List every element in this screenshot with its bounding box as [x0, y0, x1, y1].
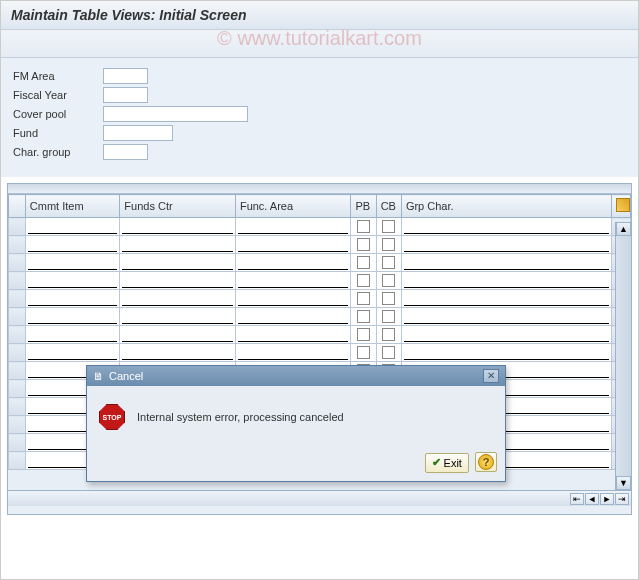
func-area-cell[interactable]	[238, 292, 349, 306]
dialog-title-icon: 🗎	[93, 370, 104, 382]
scroll-left-icon[interactable]: ◄	[585, 493, 599, 505]
funds-ctr-cell[interactable]	[122, 310, 233, 324]
cb-checkbox[interactable]	[382, 238, 395, 251]
scroll-last-icon[interactable]: ⇥	[615, 493, 629, 505]
row-selector[interactable]	[9, 416, 26, 434]
selection-form: FM Area Fiscal Year Cover pool Fund Char…	[1, 58, 638, 177]
cover-pool-label: Cover pool	[13, 108, 103, 120]
dialog-titlebar[interactable]: 🗎 Cancel ✕	[87, 366, 505, 386]
col-grp-char[interactable]: Grp Char.	[401, 195, 611, 218]
row-selector[interactable]	[9, 344, 26, 362]
func-area-cell[interactable]	[238, 256, 349, 270]
exit-button[interactable]: ✔ Exit	[425, 453, 469, 473]
cmmt-item-cell[interactable]	[28, 220, 118, 234]
vertical-scrollbar[interactable]: ▲ ▼	[615, 222, 631, 490]
cmmt-item-cell[interactable]	[28, 274, 118, 288]
grp-char-cell[interactable]	[404, 220, 609, 234]
funds-ctr-cell[interactable]	[122, 346, 233, 360]
fm-area-input[interactable]	[103, 68, 148, 84]
grp-char-cell[interactable]	[404, 292, 609, 306]
col-funds-ctr[interactable]: Funds Ctr	[120, 195, 236, 218]
col-cmmt-item[interactable]: Cmmt Item	[25, 195, 120, 218]
cmmt-item-cell[interactable]	[28, 256, 118, 270]
scroll-right-icon[interactable]: ►	[600, 493, 614, 505]
row-selector[interactable]	[9, 236, 26, 254]
pb-checkbox[interactable]	[357, 310, 370, 323]
cmmt-item-cell[interactable]	[28, 346, 118, 360]
table-row	[9, 344, 631, 362]
cb-checkbox[interactable]	[382, 328, 395, 341]
stop-icon: STOP	[99, 404, 125, 430]
col-func-area[interactable]: Func. Area	[235, 195, 351, 218]
scroll-down-icon[interactable]: ▼	[616, 476, 631, 490]
funds-ctr-cell[interactable]	[122, 292, 233, 306]
horizontal-scrollbar[interactable]: ⇤ ◄ ► ⇥	[8, 490, 631, 506]
cb-checkbox[interactable]	[382, 274, 395, 287]
col-pb[interactable]: PB	[351, 195, 376, 218]
grp-char-cell[interactable]	[404, 274, 609, 288]
row-selector[interactable]	[9, 272, 26, 290]
fund-input[interactable]	[103, 125, 173, 141]
col-config[interactable]	[612, 195, 631, 218]
funds-ctr-cell[interactable]	[122, 274, 233, 288]
table-settings-icon[interactable]	[616, 198, 630, 212]
row-selector[interactable]	[9, 290, 26, 308]
grp-char-cell[interactable]	[404, 238, 609, 252]
help-button[interactable]: ?	[475, 452, 497, 472]
funds-ctr-cell[interactable]	[122, 238, 233, 252]
pb-checkbox[interactable]	[357, 346, 370, 359]
row-selector[interactable]	[9, 362, 26, 380]
cmmt-item-cell[interactable]	[28, 292, 118, 306]
fiscal-year-input[interactable]	[103, 87, 148, 103]
pb-checkbox[interactable]	[357, 220, 370, 233]
row-selector[interactable]	[9, 434, 26, 452]
row-selector[interactable]	[9, 308, 26, 326]
char-group-label: Char. group	[13, 146, 103, 158]
char-group-input[interactable]	[103, 144, 148, 160]
pb-checkbox[interactable]	[357, 238, 370, 251]
pb-checkbox[interactable]	[357, 274, 370, 287]
row-selector-header[interactable]	[9, 195, 26, 218]
funds-ctr-cell[interactable]	[122, 256, 233, 270]
cmmt-item-cell[interactable]	[28, 328, 118, 342]
row-selector[interactable]	[9, 254, 26, 272]
row-selector[interactable]	[9, 380, 26, 398]
table-row	[9, 236, 631, 254]
table-row	[9, 272, 631, 290]
cb-checkbox[interactable]	[382, 220, 395, 233]
funds-ctr-cell[interactable]	[122, 220, 233, 234]
row-selector[interactable]	[9, 326, 26, 344]
func-area-cell[interactable]	[238, 328, 349, 342]
func-area-cell[interactable]	[238, 220, 349, 234]
cb-checkbox[interactable]	[382, 346, 395, 359]
cmmt-item-cell[interactable]	[28, 238, 118, 252]
grp-char-cell[interactable]	[404, 310, 609, 324]
check-icon: ✔	[432, 456, 441, 469]
funds-ctr-cell[interactable]	[122, 328, 233, 342]
cmmt-item-cell[interactable]	[28, 310, 118, 324]
dialog-close-button[interactable]: ✕	[483, 369, 499, 383]
func-area-cell[interactable]	[238, 274, 349, 288]
scroll-first-icon[interactable]: ⇤	[570, 493, 584, 505]
cover-pool-input[interactable]	[103, 106, 248, 122]
func-area-cell[interactable]	[238, 238, 349, 252]
cb-checkbox[interactable]	[382, 256, 395, 269]
col-cb[interactable]: CB	[376, 195, 401, 218]
scroll-up-icon[interactable]: ▲	[616, 222, 631, 236]
row-selector[interactable]	[9, 452, 26, 470]
func-area-cell[interactable]	[238, 310, 349, 324]
grp-char-cell[interactable]	[404, 346, 609, 360]
grp-char-cell[interactable]	[404, 256, 609, 270]
table-row	[9, 290, 631, 308]
row-selector[interactable]	[9, 398, 26, 416]
grp-char-cell[interactable]	[404, 328, 609, 342]
cb-checkbox[interactable]	[382, 292, 395, 305]
pb-checkbox[interactable]	[357, 328, 370, 341]
cb-checkbox[interactable]	[382, 310, 395, 323]
pb-checkbox[interactable]	[357, 256, 370, 269]
cancel-dialog: 🗎 Cancel ✕ STOP Internal system error, p…	[86, 365, 506, 482]
row-selector[interactable]	[9, 218, 26, 236]
fund-label: Fund	[13, 127, 103, 139]
pb-checkbox[interactable]	[357, 292, 370, 305]
func-area-cell[interactable]	[238, 346, 349, 360]
